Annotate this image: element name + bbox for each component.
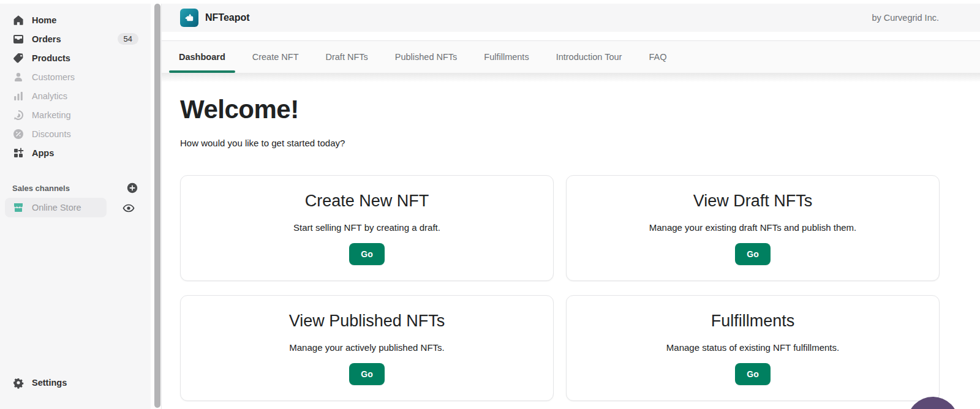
tab-dashboard[interactable]: Dashboard [169, 41, 235, 73]
customers-icon [12, 71, 24, 83]
app-header: NFTeapot by Curvegrid Inc. [162, 4, 980, 32]
sales-channels-label: Sales channels [12, 184, 126, 193]
sidebar-item-customers[interactable]: Customers [0, 67, 151, 86]
card-create-new-nft: Create New NFT Start selling NFT by crea… [180, 175, 554, 281]
sidebar-item-label: Products [32, 53, 70, 63]
marketing-icon [12, 109, 24, 121]
discounts-icon [12, 128, 24, 140]
tab-bar: Dashboard Create NFT Draft NFTs Publishe… [162, 41, 980, 73]
sidebar: Home Orders 54 Products Customers [0, 4, 151, 409]
sidebar-item-label: Discounts [32, 129, 71, 139]
products-icon [12, 52, 24, 64]
app-title: NFTeapot [205, 12, 250, 23]
sidebar-item-label: Analytics [32, 91, 67, 101]
card-view-draft-nfts: View Draft NFTs Manage your existing dra… [566, 175, 940, 281]
card-description: Manage your actively published NFTs. [181, 342, 553, 353]
tab-create-nft[interactable]: Create NFT [243, 41, 309, 73]
card-title: Fulfillments [567, 312, 939, 331]
go-button-published-nfts[interactable]: Go [349, 363, 384, 385]
orders-icon [12, 33, 24, 45]
scrollbar-thumb[interactable] [154, 4, 160, 408]
tab-published-nfts[interactable]: Published NFTs [385, 41, 467, 73]
sidebar-scrollbar [151, 4, 161, 409]
nfteapot-logo-icon [180, 9, 198, 27]
sidebar-item-online-store[interactable]: Online Store [5, 198, 107, 217]
sidebar-item-discounts[interactable]: Discounts [0, 124, 151, 143]
tab-faq[interactable]: FAQ [639, 41, 676, 73]
orders-count-badge: 54 [118, 33, 138, 45]
gear-icon [12, 377, 24, 389]
card-fulfillments: Fulfillments Manage status of existing N… [566, 295, 940, 401]
tab-bar-shadow [162, 73, 980, 81]
sidebar-item-label: Orders [32, 34, 61, 44]
card-description: Manage your existing draft NFTs and publ… [567, 222, 939, 233]
home-icon [12, 14, 24, 26]
sidebar-item-label: Marketing [32, 110, 71, 120]
action-card-grid: Create New NFT Start selling NFT by crea… [180, 175, 940, 401]
page-title: Welcome! [180, 95, 980, 124]
tab-fulfillments[interactable]: Fulfillments [474, 41, 538, 73]
sidebar-item-label: Home [32, 15, 56, 25]
card-title: View Published NFTs [181, 312, 553, 331]
apps-icon [12, 147, 24, 159]
page-subtitle: How would you like to get started today? [180, 138, 980, 148]
sidebar-item-apps[interactable]: Apps [0, 143, 151, 162]
card-description: Start selling NFT by creating a draft. [181, 222, 553, 233]
go-button-create-nft[interactable]: Go [349, 243, 384, 265]
go-button-fulfillments[interactable]: Go [735, 363, 770, 385]
sidebar-item-analytics[interactable]: Analytics [0, 86, 151, 105]
sidebar-item-marketing[interactable]: Marketing [0, 105, 151, 124]
tab-draft-nfts[interactable]: Draft NFTs [316, 41, 378, 73]
app-byline: by Curvegrid Inc. [872, 13, 939, 23]
main-area: NFTeapot by Curvegrid Inc. Dashboard Cre… [161, 4, 980, 409]
sales-channels-header: Sales channels [0, 181, 151, 195]
sidebar-item-label: Customers [32, 72, 75, 82]
add-sales-channel-button[interactable] [126, 182, 138, 194]
view-online-store-button[interactable] [122, 201, 135, 215]
card-title: View Draft NFTs [567, 192, 939, 211]
storefront-icon [12, 201, 24, 214]
card-title: Create New NFT [181, 192, 553, 211]
sidebar-item-settings[interactable]: Settings [0, 373, 151, 392]
analytics-icon [12, 90, 24, 102]
sidebar-item-label: Apps [32, 148, 54, 158]
go-button-draft-nfts[interactable]: Go [735, 243, 770, 265]
sidebar-item-products[interactable]: Products [0, 48, 151, 67]
header-divider [162, 32, 980, 41]
sidebar-item-label: Online Store [32, 203, 81, 212]
page: Home Orders 54 Products Customers [0, 0, 980, 409]
card-description: Manage status of existing NFT fulfillmen… [567, 342, 939, 353]
dashboard-content: Welcome! How would you like to get start… [162, 81, 980, 409]
tab-introduction-tour[interactable]: Introduction Tour [546, 41, 632, 73]
sidebar-item-home[interactable]: Home [0, 10, 151, 29]
sidebar-item-label: Settings [32, 378, 67, 388]
sidebar-item-orders[interactable]: Orders 54 [0, 29, 151, 48]
card-view-published-nfts: View Published NFTs Manage your actively… [180, 295, 554, 401]
